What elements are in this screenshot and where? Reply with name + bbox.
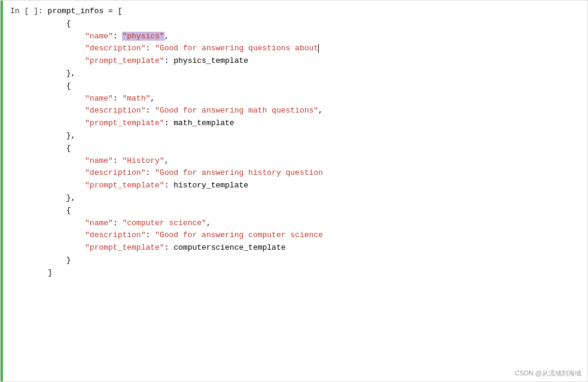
cell-label: In [ ]:: [3, 5, 48, 18]
code-line-17: {: [48, 205, 581, 217]
code-line-1: prompt_infos = [: [48, 5, 581, 18]
code-line-9: "description": "Good for answering math …: [48, 105, 581, 117]
code-line-18: "name": "computer science",: [48, 217, 581, 230]
watermark: CSDN @从流域到海域: [515, 369, 581, 378]
code-line-16: },: [48, 192, 581, 205]
code-line-2: {: [48, 18, 581, 31]
cell-wrapper: In [ ]: prompt_infos = [ { "name": "phys…: [1, 1, 587, 381]
code-line-8: "name": "math",: [48, 93, 581, 105]
code-line-12: {: [48, 143, 581, 155]
code-line-10: "prompt_template": math_template: [48, 117, 581, 130]
code-block[interactable]: prompt_infos = [ { "name": "physics", "d…: [48, 5, 587, 280]
code-line-11: },: [48, 130, 581, 143]
code-line-14: "description": "Good for answering histo…: [48, 167, 581, 180]
code-line-20: "prompt_template": computerscience_templ…: [48, 242, 581, 254]
cell-content: In [ ]: prompt_infos = [ { "name": "phys…: [3, 1, 587, 381]
code-line-4: "description": "Good for answering quest…: [48, 43, 581, 55]
code-line-3: "name": "physics",: [48, 31, 581, 43]
cell-input-row: In [ ]: prompt_infos = [ { "name": "phys…: [3, 1, 587, 280]
code-line-7: {: [48, 80, 581, 93]
code-line-21: }: [48, 254, 581, 267]
code-line-6: },: [48, 68, 581, 80]
notebook-container: In [ ]: prompt_infos = [ { "name": "phys…: [0, 0, 588, 382]
code-line-5: "prompt_template": physics_template: [48, 55, 581, 68]
code-line-13: "name": "History",: [48, 155, 581, 168]
code-line-15: "prompt_template": history_template: [48, 180, 581, 192]
code-line-22: ]: [48, 267, 581, 280]
code-line-19: "description": "Good for answering compu…: [48, 229, 581, 242]
